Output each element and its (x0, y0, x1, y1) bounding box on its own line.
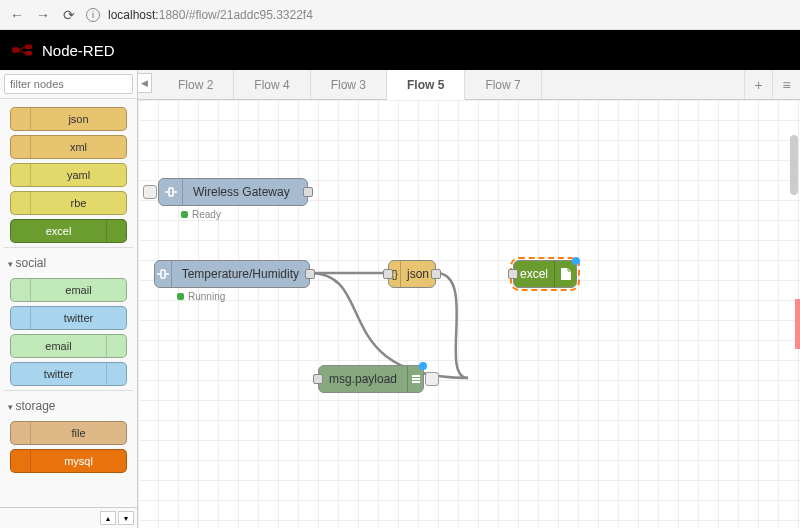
palette-footer: ▴ ▾ (0, 507, 137, 528)
flow-canvas[interactable]: Wireless Gateway Ready Temperature/Humid… (138, 100, 800, 528)
palette-node-label: excel (11, 225, 106, 237)
palette-node-mysql[interactable]: mysql (10, 449, 127, 473)
node-type-icon (106, 335, 126, 357)
app-title: Node-RED (42, 42, 115, 59)
status-dot-icon (177, 293, 184, 300)
right-panel-handle[interactable] (795, 299, 800, 349)
inject-button[interactable] (143, 185, 157, 199)
node-type-icon (11, 422, 31, 444)
palette-node-rbe[interactable]: rbe (10, 191, 127, 215)
palette-sidebar: jsonxmlyamlrbeexcel social emailtwittere… (0, 70, 138, 528)
palette-node-yaml[interactable]: yaml (10, 163, 127, 187)
add-tab-button[interactable]: + (744, 70, 772, 99)
node-type-icon (106, 363, 126, 385)
svg-rect-3 (412, 375, 420, 377)
node-label: msg.payload (319, 372, 407, 386)
palette-node-twitter[interactable]: twitter (10, 362, 127, 386)
node-type-icon (11, 307, 31, 329)
node-label: json (401, 267, 435, 281)
palette-node-label: rbe (31, 197, 126, 209)
node-temperature-humidity[interactable]: Temperature/Humidity Running (154, 260, 310, 288)
reload-button[interactable]: ⟳ (60, 6, 78, 24)
tab-flow-3[interactable]: Flow 3 (311, 70, 387, 99)
palette-node-email[interactable]: email (10, 278, 127, 302)
node-type-icon (11, 192, 31, 214)
wires-layer (138, 100, 800, 528)
palette-node-excel[interactable]: excel (10, 219, 127, 243)
svg-rect-0 (12, 47, 19, 53)
node-label: excel (514, 267, 554, 281)
palette-collapse-down-button[interactable]: ▾ (118, 511, 134, 525)
inject-icon (155, 261, 172, 287)
node-type-icon (11, 136, 31, 158)
forward-button[interactable]: → (34, 6, 52, 24)
debug-icon (407, 366, 423, 392)
back-button[interactable]: ← (8, 6, 26, 24)
node-type-icon (11, 108, 31, 130)
palette-node-label: xml (31, 141, 126, 153)
palette-node-json[interactable]: json (10, 107, 127, 131)
changed-indicator-icon (572, 257, 580, 265)
output-port[interactable] (303, 187, 313, 197)
palette-search (0, 70, 137, 99)
palette-node-label: file (31, 427, 126, 439)
palette-node-label: twitter (31, 312, 126, 324)
site-info-icon[interactable]: i (86, 8, 100, 22)
debug-toggle-button[interactable] (425, 372, 439, 386)
palette-node-label: email (31, 284, 126, 296)
svg-rect-1 (25, 45, 32, 50)
palette-list[interactable]: jsonxmlyamlrbeexcel social emailtwittere… (0, 99, 137, 507)
browser-toolbar: ← → ⟳ i localhost:1880/#flow/21addc95.33… (0, 0, 800, 30)
svg-rect-2 (25, 51, 32, 56)
input-port[interactable] (508, 269, 518, 279)
output-port[interactable] (305, 269, 315, 279)
changed-indicator-icon (419, 362, 427, 370)
node-debug[interactable]: msg.payload (318, 365, 424, 393)
category-social[interactable]: social (4, 247, 133, 274)
url-host: localhost: (108, 8, 159, 22)
tab-list-button[interactable]: ≡ (772, 70, 800, 99)
node-wireless-gateway[interactable]: Wireless Gateway Ready (158, 178, 308, 206)
node-status: Ready (181, 209, 221, 220)
palette-node-twitter[interactable]: twitter (10, 306, 127, 330)
tab-bar: Flow 2Flow 4Flow 3Flow 5Flow 7 + ≡ (138, 70, 800, 100)
node-status: Running (177, 291, 225, 302)
input-port[interactable] (383, 269, 393, 279)
node-excel[interactable]: excel (513, 260, 577, 288)
svg-rect-4 (412, 378, 420, 380)
node-label: Temperature/Humidity (172, 267, 309, 281)
file-icon (554, 261, 576, 287)
workspace: ◀ Flow 2Flow 4Flow 3Flow 5Flow 7 + ≡ Wir… (138, 70, 800, 528)
palette-node-label: yaml (31, 169, 126, 181)
node-label: Wireless Gateway (183, 185, 300, 199)
url-port: 1880 (159, 8, 186, 22)
output-port[interactable] (431, 269, 441, 279)
palette-node-label: json (31, 113, 126, 125)
address-bar[interactable]: localhost:1880/#flow/21addc95.3322f4 (108, 8, 313, 22)
tab-flow-5[interactable]: Flow 5 (387, 70, 465, 100)
node-red-logo-icon (12, 44, 34, 56)
node-type-icon (106, 220, 126, 242)
palette-collapse-up-button[interactable]: ▴ (100, 511, 116, 525)
tab-flow-7[interactable]: Flow 7 (465, 70, 541, 99)
sidebar-collapse-button[interactable]: ◀ (138, 73, 152, 93)
node-type-icon (11, 279, 31, 301)
category-storage[interactable]: storage (4, 390, 133, 417)
url-path: /#flow/21addc95.3322f4 (185, 8, 312, 22)
svg-rect-5 (412, 381, 420, 383)
tab-flow-2[interactable]: Flow 2 (158, 70, 234, 99)
palette-node-email[interactable]: email (10, 334, 127, 358)
node-type-icon (11, 164, 31, 186)
tab-flow-4[interactable]: Flow 4 (234, 70, 310, 99)
palette-node-label: email (11, 340, 106, 352)
filter-nodes-input[interactable] (4, 74, 133, 94)
palette-node-file[interactable]: file (10, 421, 127, 445)
node-type-icon (11, 450, 31, 472)
palette-node-xml[interactable]: xml (10, 135, 127, 159)
scrollbar-vertical[interactable] (790, 135, 798, 195)
status-dot-icon (181, 211, 188, 218)
node-json[interactable]: {} json (388, 260, 436, 288)
app-header: Node-RED (0, 30, 800, 70)
palette-node-label: twitter (11, 368, 106, 380)
input-port[interactable] (313, 374, 323, 384)
